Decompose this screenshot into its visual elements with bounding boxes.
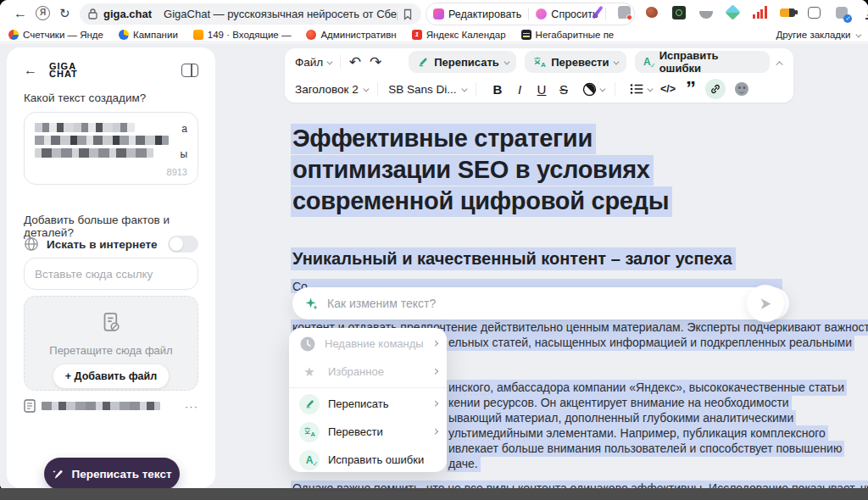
chevron-right-icon xyxy=(432,401,437,406)
attached-file-row[interactable]: ··· xyxy=(24,398,198,414)
paragraph-style-select[interactable]: Заголовок 2 xyxy=(295,83,367,96)
doc-paragraph2-line6: даче. xyxy=(447,457,481,471)
menu-item-favorites[interactable]: ★ Избранное xyxy=(289,358,447,386)
extension-dark-green-icon[interactable] xyxy=(670,4,687,20)
rewrite-pill-button[interactable]: Переписать xyxy=(409,51,516,73)
extension-battery-icon[interactable] xyxy=(779,4,795,20)
address-bar[interactable]: giga.chat GigaChat — русскоязычная нейро… xyxy=(80,3,421,25)
extension-blocker-icon[interactable] xyxy=(616,4,632,20)
collapse-toolbar-button[interactable] xyxy=(778,54,783,69)
gigachat-sidebar: ← GIGA CHAT Какой текст создадим? а ы 89… xyxy=(7,47,215,488)
ai-command-input[interactable]: Как изменим текст? xyxy=(292,287,789,319)
desktop-edge xyxy=(0,488,868,500)
extension-pen-icon[interactable] xyxy=(589,4,605,20)
link-input[interactable]: Вставьте сюда ссылку xyxy=(24,258,198,290)
doc-paragraph2-line4: ультимедийными элементами. Например, пуб… xyxy=(447,426,828,441)
add-file-button[interactable]: + Добавить файл xyxy=(53,364,169,388)
url-text: giga.chat xyxy=(103,8,152,20)
bookmark-admin[interactable]: Административн xyxy=(306,30,396,40)
bookmark-flag-icon[interactable] xyxy=(403,8,413,20)
translate-icon: A xyxy=(533,56,546,68)
extension-bowl-icon[interactable] xyxy=(698,4,714,20)
browser-window: ← Я ↻ giga.chat GigaChat — русскоязычная… xyxy=(0,0,868,492)
extension-clipboard-icon[interactable] xyxy=(806,4,822,20)
bookmark-inbox[interactable]: 149 · Входящие — xyxy=(193,30,292,40)
extension-planet-icon[interactable] xyxy=(643,4,659,20)
translate-icon: A xyxy=(299,422,320,442)
menu-item-fix-errors[interactable]: A✓ Исправить ошибки xyxy=(289,446,447,474)
other-bookmarks-button[interactable]: Другие закладки xyxy=(776,30,860,40)
send-button[interactable] xyxy=(747,285,784,322)
emoji-button[interactable] xyxy=(731,80,753,98)
prompt-textarea[interactable]: а ы 8913 xyxy=(24,112,198,185)
page-title: GigaChat — русскоязычная нейросеть от Сб… xyxy=(164,8,398,20)
file-menu-button[interactable]: Файл xyxy=(295,56,331,69)
textarea-char: а xyxy=(181,123,187,135)
extension-checker-icon[interactable] xyxy=(833,4,849,20)
web-search-toggle[interactable] xyxy=(168,236,198,253)
spellcheck-icon: A✓ xyxy=(299,450,320,470)
sparkle-icon xyxy=(304,297,319,311)
redacted-filename xyxy=(42,402,160,410)
link-button[interactable] xyxy=(705,79,726,99)
chevron-down-icon xyxy=(855,31,860,36)
alice-edit-icon xyxy=(433,8,444,19)
font-family-select[interactable]: SB Sans Di... xyxy=(388,83,465,96)
send-arrow-icon xyxy=(759,297,773,311)
blockquote-button[interactable]: ” xyxy=(682,85,700,93)
textarea-char: ы xyxy=(180,148,187,160)
yandex-browser-icon[interactable]: Я xyxy=(36,6,50,20)
back-icon[interactable]: ← xyxy=(14,6,27,21)
clock-icon xyxy=(299,336,316,353)
direct-icon xyxy=(119,30,129,40)
chevron-right-icon xyxy=(432,341,437,346)
edit-with-alice-button[interactable]: Редактировать xyxy=(433,8,521,20)
reload-icon[interactable]: ↻ xyxy=(59,6,70,21)
dark-site-icon xyxy=(521,30,531,40)
code-button[interactable]: </> xyxy=(654,83,682,95)
toolbar-row-2: Заголовок 2 SB Sans Di... B I U S xyxy=(285,75,793,103)
strikethrough-button[interactable]: S xyxy=(553,82,575,97)
extension-cube-icon[interactable] xyxy=(725,4,741,20)
ai-input-placeholder: Как изменим текст? xyxy=(327,297,747,310)
menu-item-recent-commands[interactable]: Недавние команды xyxy=(289,330,447,358)
list-button[interactable] xyxy=(626,80,648,98)
text-color-button[interactable] xyxy=(578,80,600,98)
toolbar-row-1: Файл ↶ ↷ Переписать A Перевести xyxy=(285,48,793,75)
svg-text:A: A xyxy=(310,431,315,437)
star-icon: ★ xyxy=(299,364,320,380)
editor-toolbar: Файл ↶ ↷ Переписать A Перевести xyxy=(285,48,793,103)
menu-item-rewrite[interactable]: Переписать xyxy=(289,390,447,418)
bookmark-campaigns[interactable]: Кампании xyxy=(119,30,178,40)
bold-button[interactable]: B xyxy=(487,82,509,97)
bookmark-metrica[interactable]: Счетчики — Янде xyxy=(8,30,103,40)
italic-button[interactable]: I xyxy=(509,82,531,97)
file-dropzone[interactable]: Перетащите сюда файл + Добавить файл xyxy=(24,296,198,391)
dropzone-label: Перетащите сюда файл xyxy=(25,344,198,357)
metrica-icon xyxy=(8,30,19,40)
fix-errors-pill-button[interactable]: A✓ Исправить ошибки xyxy=(635,51,770,73)
underline-button[interactable]: U xyxy=(531,82,553,97)
translate-pill-button[interactable]: A Перевести xyxy=(525,51,626,73)
undo-button[interactable]: ↶ xyxy=(349,53,361,71)
extension-stats-icon[interactable] xyxy=(752,4,768,20)
alice-ask-icon xyxy=(536,8,547,19)
back-arrow-icon[interactable]: ← xyxy=(24,63,37,78)
rewrite-text-button[interactable]: Переписать текст xyxy=(44,458,180,490)
calendar-icon: 1 xyxy=(412,30,422,40)
bookmark-calendar[interactable]: 1 Яндекс Календар xyxy=(412,30,506,40)
extensions-row: ↓ xyxy=(589,4,868,20)
divider xyxy=(615,82,615,96)
doc-title-line1: Эффективные стратегии xyxy=(291,123,596,153)
doc-paragraph1-line4: ельных статей, насыщенных информацией и … xyxy=(447,336,854,350)
file-menu-icon[interactable]: ··· xyxy=(185,400,198,413)
download-icon[interactable]: ↓ xyxy=(860,4,868,20)
doc-title-line3: современной цифровой среды xyxy=(291,186,672,216)
menu-item-translate[interactable]: A Перевести xyxy=(289,418,447,446)
magic-pen-icon xyxy=(52,468,64,481)
toggle-panel-icon[interactable] xyxy=(181,64,198,77)
redacted-text xyxy=(35,136,169,145)
bookmark-oversized[interactable]: Негабаритные пе xyxy=(521,30,615,40)
bullet-list-icon xyxy=(630,83,643,95)
redo-button[interactable]: ↷ xyxy=(370,53,381,71)
